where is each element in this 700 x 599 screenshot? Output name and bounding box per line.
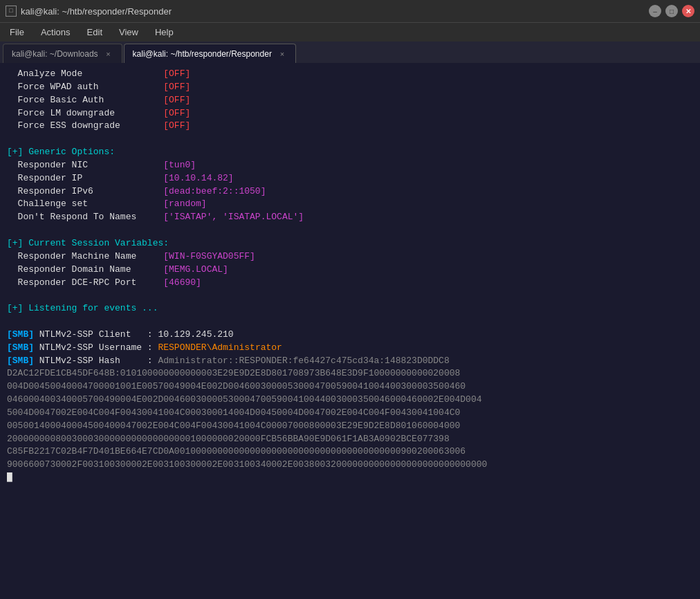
line-hash-5: 005001400040004500400047002E004C004F0043… — [7, 420, 693, 433]
menu-file[interactable]: File — [3, 26, 31, 39]
menu-help[interactable]: Help — [148, 26, 181, 39]
line-ess: Force ESS downgrade [OFF] — [7, 120, 693, 133]
line-listening: [+] Listening for events ... — [7, 302, 693, 315]
tab-downloads-label: kali@kali: ~/Downloads — [12, 49, 98, 59]
maximize-button[interactable]: □ — [665, 5, 678, 17]
minimize-button[interactable]: – — [649, 5, 661, 17]
line-hash-2: 004D00450040004700001001E00570049004E002… — [7, 380, 693, 394]
line-smb-hash-label: [SMB] NTLMv2-SSP Hash : Administrator::R… — [7, 355, 693, 368]
line-cursor: █ — [7, 472, 693, 485]
tab-downloads-close[interactable]: × — [104, 49, 113, 59]
title-bar-left: □ kali@kali: ~/htb/responder/Responder — [6, 6, 172, 17]
line-domain-name: Responder Domain Name [MEMG.LOCAL] — [7, 264, 693, 277]
menu-bar: File Actions Edit View Help — [0, 22, 700, 42]
line-basic-auth: Force Basic Auth [OFF] — [7, 94, 693, 107]
window-title: kali@kali: ~/htb/responder/Responder — [21, 6, 172, 17]
tab-downloads[interactable]: kali@kali: ~/Downloads × — [3, 44, 122, 63]
line-hash-8: 9006600730002F003100300002E003100300002E… — [7, 459, 693, 472]
line-smb-client: [SMB] NTLMv2-SSP Client : 10.129.245.210 — [7, 329, 693, 342]
line-challenge: Challenge set [random] — [7, 198, 693, 211]
line-session-section: [+] Current Session Variables: — [7, 237, 693, 250]
line-hash-1: D2AC12FDE1CB45DF648B:010100000000000003E… — [7, 367, 693, 380]
line-wpad: Force WPAD auth [OFF] — [7, 81, 693, 94]
line-hash-6: 2000000008003000300000000000000000100000… — [7, 433, 693, 446]
menu-view[interactable]: View — [112, 26, 145, 39]
menu-actions[interactable]: Actions — [34, 26, 77, 39]
window-icon: □ — [6, 6, 17, 17]
line-machine-name: Responder Machine Name [WIN-F0SGYAD05FF] — [7, 250, 693, 264]
close-button[interactable]: ✕ — [682, 5, 694, 17]
window-controls: – □ ✕ — [649, 5, 694, 17]
line-hash-3: 046000400340005700490004E002D00460030000… — [7, 394, 693, 407]
line-blank-1 — [7, 133, 693, 146]
line-blank-2 — [7, 224, 693, 237]
terminal[interactable]: Analyze Mode [OFF] Force WPAD auth [OFF]… — [0, 64, 700, 599]
line-ip: Responder IP [10.10.14.82] — [7, 172, 693, 185]
line-ipv6: Responder IPv6 [dead:beef:2::1050] — [7, 185, 693, 199]
line-lm: Force LM downgrade [OFF] — [7, 107, 693, 120]
tab-bar: kali@kali: ~/Downloads × kali@kali: ~/ht… — [0, 42, 700, 64]
title-bar: □ kali@kali: ~/htb/responder/Responder –… — [0, 0, 700, 22]
line-dont-respond: Don't Respond To Names ['ISATAP', 'ISATA… — [7, 211, 693, 224]
line-hash-4: 5004D0047002E004C004F00430041004C0003000… — [7, 407, 693, 420]
line-generic-section: [+] Generic Options: — [7, 146, 693, 159]
tab-responder[interactable]: kali@kali: ~/htb/responder/Responder × — [124, 44, 296, 63]
line-analyze: Analyze Mode [OFF] — [7, 68, 693, 81]
tab-responder-label: kali@kali: ~/htb/responder/Responder — [133, 49, 272, 59]
line-blank-3 — [7, 289, 693, 302]
line-hash-7: C85FB2217C02B4F7D401BE664E7CD0A001000000… — [7, 445, 693, 459]
line-nic: Responder NIC [tun0] — [7, 159, 693, 172]
tab-responder-close[interactable]: × — [277, 49, 287, 59]
menu-edit[interactable]: Edit — [80, 26, 109, 39]
line-blank-4 — [7, 315, 693, 329]
line-dce-rpc: Responder DCE-RPC Port [46690] — [7, 277, 693, 290]
line-smb-username: [SMB] NTLMv2-SSP Username : RESPONDER\Ad… — [7, 342, 693, 355]
